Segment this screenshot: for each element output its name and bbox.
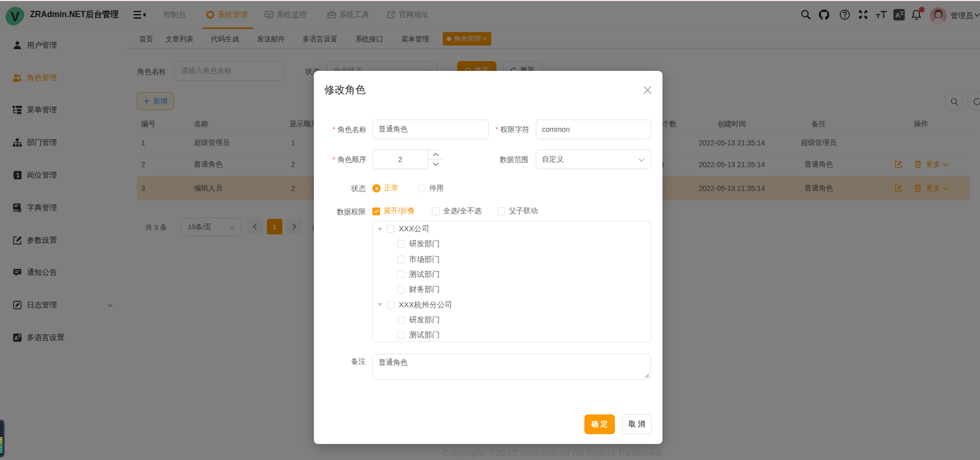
app-root: V ZRAdmin.NET后台管理 用户管理 角色管理 菜单管理 部门管理 xyxy=(0,0,980,460)
checkbox-label: 展开/折叠 xyxy=(384,206,415,216)
checkbox-checked-icon xyxy=(372,207,380,215)
tree-node-label: 市场部门 xyxy=(409,255,440,264)
data-scope-value: 自定义 xyxy=(542,155,564,164)
tree-checkbox[interactable] xyxy=(397,286,405,293)
tree-node-label: 研发部门 xyxy=(409,239,440,249)
corner-widget xyxy=(0,420,5,457)
tree-node[interactable]: 测试部门 xyxy=(373,328,651,342)
cancel-label: 取 消 xyxy=(629,420,645,429)
chevron-down-icon xyxy=(638,158,645,162)
chevron-up-icon xyxy=(433,153,439,156)
required-star: * xyxy=(495,125,498,133)
radio-unchecked-icon xyxy=(417,184,426,192)
chevron-down-icon xyxy=(433,162,439,166)
remark-value: 普通角色 xyxy=(379,358,408,367)
cancel-button[interactable]: 取 消 xyxy=(622,414,652,434)
tree-node-label: 测试部门 xyxy=(409,330,440,340)
remark-label: 备注 xyxy=(333,357,366,366)
checkbox-select-all[interactable]: 全选/全不选 xyxy=(432,206,481,216)
role-name-input[interactable]: 普通角色 xyxy=(372,120,489,139)
radio-normal[interactable]: 正常 xyxy=(372,184,399,193)
role-order-value: 2 xyxy=(373,155,428,164)
data-scope-select[interactable]: 自定义 xyxy=(536,150,651,169)
tree-node-label: 测试部门 xyxy=(409,270,440,279)
radio-label: 停用 xyxy=(429,184,444,193)
checkbox-parent-child[interactable]: 父子联动 xyxy=(497,206,538,216)
tree-checkbox[interactable] xyxy=(387,301,395,309)
radio-disabled[interactable]: 停用 xyxy=(417,184,444,193)
tree-node[interactable]: XXX公司 xyxy=(373,221,651,236)
dept-tree: XXX公司 研发部门 市场部门 测试部门 财务部门 XXX杭州分公司 xyxy=(372,221,651,342)
tree-node[interactable]: 研发部门 xyxy=(373,313,651,328)
tree-node-label: 财务部门 xyxy=(409,285,440,294)
role-key-input[interactable]: common xyxy=(536,120,651,139)
confirm-label: 确 定 xyxy=(592,420,608,429)
resize-handle[interactable] xyxy=(644,373,650,378)
radio-label: 正常 xyxy=(384,184,399,193)
tree-checkbox[interactable] xyxy=(397,271,405,278)
tree-node[interactable]: 财务部门 xyxy=(373,282,651,297)
caret-down-icon[interactable] xyxy=(378,227,383,231)
role-order-label: *角色顺序 xyxy=(333,155,366,165)
role-key-label: *权限字符 xyxy=(495,125,529,135)
radio-checked-icon xyxy=(372,184,381,192)
confirm-button[interactable]: 确 定 xyxy=(584,414,615,434)
caret-down-icon[interactable] xyxy=(378,303,383,307)
checkbox-expand-collapse[interactable]: 展开/折叠 xyxy=(372,206,415,216)
tree-checkbox[interactable] xyxy=(397,240,405,248)
tree-node-label: XXX公司 xyxy=(399,224,429,234)
tree-node-label: 研发部门 xyxy=(409,315,440,325)
tree-node-label: XXX杭州分公司 xyxy=(399,300,453,310)
role-name-value: 普通角色 xyxy=(379,125,408,134)
tree-node[interactable]: XXX杭州分公司 xyxy=(373,297,651,312)
remark-textarea[interactable]: 普通角色 xyxy=(372,354,651,380)
stepper-down-button[interactable] xyxy=(428,160,443,170)
dialog-title: 修改角色 xyxy=(324,83,366,97)
status-label: 状态 xyxy=(333,184,366,194)
tree-node[interactable]: 研发部门 xyxy=(373,236,651,251)
tree-checkbox[interactable] xyxy=(387,225,395,233)
role-key-value: common xyxy=(542,125,570,133)
tree-node[interactable]: 测试部门 xyxy=(373,267,651,282)
tree-checkbox[interactable] xyxy=(397,331,405,339)
tree-node[interactable]: 市场部门 xyxy=(373,252,651,267)
stepper-up-button[interactable] xyxy=(428,150,443,160)
tree-checkbox[interactable] xyxy=(397,316,405,324)
checkbox-label: 父子联动 xyxy=(509,206,538,216)
checkbox-unchecked-icon xyxy=(497,207,505,215)
close-icon[interactable] xyxy=(643,85,652,95)
required-star: * xyxy=(333,155,335,164)
role-order-stepper[interactable]: 2 xyxy=(372,150,442,169)
required-star: * xyxy=(333,125,335,133)
role-name-label: *角色名称 xyxy=(333,125,366,135)
checkbox-unchecked-icon xyxy=(432,207,440,215)
edit-role-dialog: 修改角色 *角色名称 普通角色 *权限字符 common *角色顺序 2 数据范… xyxy=(314,71,662,444)
tree-checkbox[interactable] xyxy=(397,256,405,263)
data-perm-label: 数据权限 xyxy=(333,207,366,217)
top-progress-strip xyxy=(0,0,980,1)
checkbox-label: 全选/全不选 xyxy=(443,206,481,216)
data-scope-label: 数据范围 xyxy=(495,155,529,165)
